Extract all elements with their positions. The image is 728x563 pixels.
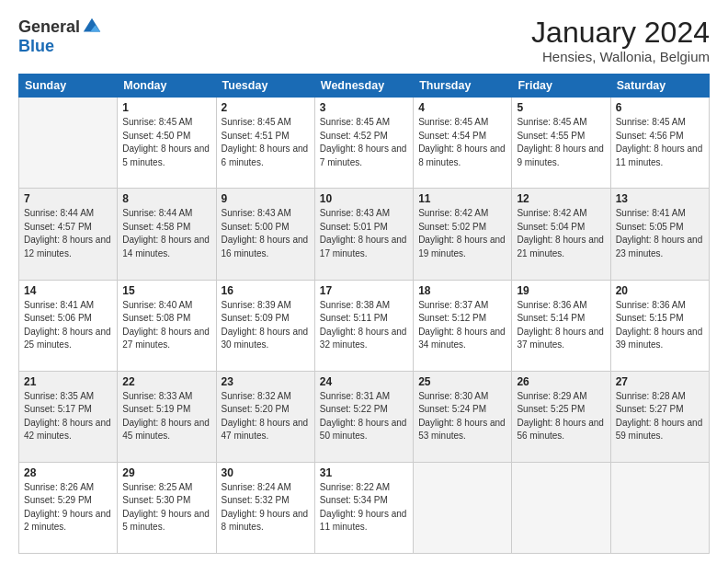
calendar-cell: 26Sunrise: 8:29 AMSunset: 5:25 PMDayligh… [512,371,610,462]
day-number: 5 [517,101,605,114]
day-number: 31 [320,466,408,479]
calendar-header: SundayMondayTuesdayWednesdayThursdayFrid… [19,75,710,98]
title-block: January 2024 Hensies, Wallonia, Belgium [531,17,710,64]
week-row-3: 14Sunrise: 8:41 AMSunset: 5:06 PMDayligh… [19,280,710,371]
calendar-cell: 29Sunrise: 8:25 AMSunset: 5:30 PMDayligh… [118,462,216,553]
day-detail: Sunrise: 8:32 AMSunset: 5:20 PMDaylight:… [222,390,310,443]
day-number: 22 [122,375,210,388]
day-number: 30 [222,466,310,479]
day-detail: Sunrise: 8:41 AMSunset: 5:05 PMDaylight:… [616,207,704,260]
calendar-cell: 22Sunrise: 8:33 AMSunset: 5:19 PMDayligh… [118,371,216,462]
day-number: 26 [517,375,605,388]
day-detail: Sunrise: 8:31 AMSunset: 5:22 PMDaylight:… [320,390,408,443]
day-detail: Sunrise: 8:45 AMSunset: 4:56 PMDaylight:… [616,116,704,169]
header-day-friday: Friday [512,75,610,98]
day-detail: Sunrise: 8:22 AMSunset: 5:34 PMDaylight:… [320,481,408,534]
day-detail: Sunrise: 8:37 AMSunset: 5:12 PMDaylight:… [418,299,506,352]
day-number: 15 [122,284,210,297]
day-number: 16 [222,284,310,297]
day-number: 4 [418,101,506,114]
day-number: 24 [320,375,408,388]
day-detail: Sunrise: 8:41 AMSunset: 5:06 PMDaylight:… [24,299,112,352]
day-number: 1 [122,101,210,114]
day-number: 20 [616,284,704,297]
day-detail: Sunrise: 8:26 AMSunset: 5:29 PMDaylight:… [24,481,112,534]
calendar-cell [19,98,118,189]
calendar-cell: 17Sunrise: 8:38 AMSunset: 5:11 PMDayligh… [314,280,413,371]
page: General Blue January 2024 Hensies, Wallo… [0,0,728,563]
header-day-wednesday: Wednesday [314,75,413,98]
calendar-cell: 11Sunrise: 8:42 AMSunset: 5:02 PMDayligh… [414,189,512,280]
week-row-4: 21Sunrise: 8:35 AMSunset: 5:17 PMDayligh… [19,371,710,462]
day-number: 6 [616,101,704,114]
calendar-cell: 20Sunrise: 8:36 AMSunset: 5:15 PMDayligh… [610,280,709,371]
day-detail: Sunrise: 8:35 AMSunset: 5:17 PMDaylight:… [24,390,112,443]
week-row-1: 1Sunrise: 8:45 AMSunset: 4:50 PMDaylight… [19,98,710,189]
day-detail: Sunrise: 8:39 AMSunset: 5:09 PMDaylight:… [222,299,310,352]
day-detail: Sunrise: 8:36 AMSunset: 5:14 PMDaylight:… [517,299,605,352]
calendar-cell [512,462,610,553]
calendar-cell: 27Sunrise: 8:28 AMSunset: 5:27 PMDayligh… [610,371,709,462]
calendar-cell: 21Sunrise: 8:35 AMSunset: 5:17 PMDayligh… [19,371,118,462]
day-number: 3 [320,101,408,114]
day-detail: Sunrise: 8:44 AMSunset: 4:58 PMDaylight:… [122,207,210,260]
day-detail: Sunrise: 8:24 AMSunset: 5:32 PMDaylight:… [222,481,310,534]
day-number: 9 [222,192,310,205]
day-detail: Sunrise: 8:30 AMSunset: 5:24 PMDaylight:… [418,390,506,443]
day-number: 8 [122,192,210,205]
day-number: 29 [122,466,210,479]
calendar-cell: 16Sunrise: 8:39 AMSunset: 5:09 PMDayligh… [216,280,314,371]
calendar-cell: 28Sunrise: 8:26 AMSunset: 5:29 PMDayligh… [19,462,118,553]
calendar-cell: 31Sunrise: 8:22 AMSunset: 5:34 PMDayligh… [314,462,413,553]
logo: General Blue [18,17,102,56]
calendar-cell: 14Sunrise: 8:41 AMSunset: 5:06 PMDayligh… [19,280,118,371]
day-number: 13 [616,192,704,205]
calendar-cell: 7Sunrise: 8:44 AMSunset: 4:57 PMDaylight… [19,189,118,280]
calendar-cell: 3Sunrise: 8:45 AMSunset: 4:52 PMDaylight… [314,98,413,189]
calendar-cell: 6Sunrise: 8:45 AMSunset: 4:56 PMDaylight… [610,98,709,189]
day-number: 2 [222,101,310,114]
day-number: 18 [418,284,506,297]
header-day-monday: Monday [118,75,216,98]
calendar-cell: 5Sunrise: 8:45 AMSunset: 4:55 PMDaylight… [512,98,610,189]
day-detail: Sunrise: 8:44 AMSunset: 4:57 PMDaylight:… [24,207,112,260]
day-detail: Sunrise: 8:28 AMSunset: 5:27 PMDaylight:… [616,390,704,443]
calendar-cell: 8Sunrise: 8:44 AMSunset: 4:58 PMDaylight… [118,189,216,280]
header-day-tuesday: Tuesday [216,75,314,98]
day-detail: Sunrise: 8:42 AMSunset: 5:04 PMDaylight:… [517,207,605,260]
day-detail: Sunrise: 8:40 AMSunset: 5:08 PMDaylight:… [122,299,210,352]
week-row-5: 28Sunrise: 8:26 AMSunset: 5:29 PMDayligh… [19,462,710,553]
calendar-cell: 24Sunrise: 8:31 AMSunset: 5:22 PMDayligh… [314,371,413,462]
calendar-cell: 10Sunrise: 8:43 AMSunset: 5:01 PMDayligh… [314,189,413,280]
day-number: 12 [517,192,605,205]
day-number: 25 [418,375,506,388]
day-detail: Sunrise: 8:45 AMSunset: 4:51 PMDaylight:… [222,116,310,169]
day-detail: Sunrise: 8:45 AMSunset: 4:52 PMDaylight:… [320,116,408,169]
calendar-table: SundayMondayTuesdayWednesdayThursdayFrid… [18,74,710,554]
day-number: 11 [418,192,506,205]
logo-blue-text: Blue [18,37,54,56]
calendar-cell: 25Sunrise: 8:30 AMSunset: 5:24 PMDayligh… [414,371,512,462]
day-number: 19 [517,284,605,297]
calendar-cell: 23Sunrise: 8:32 AMSunset: 5:20 PMDayligh… [216,371,314,462]
day-detail: Sunrise: 8:38 AMSunset: 5:11 PMDaylight:… [320,299,408,352]
day-detail: Sunrise: 8:43 AMSunset: 5:00 PMDaylight:… [222,207,310,260]
day-detail: Sunrise: 8:43 AMSunset: 5:01 PMDaylight:… [320,207,408,260]
day-number: 28 [24,466,112,479]
calendar-cell: 9Sunrise: 8:43 AMSunset: 5:00 PMDaylight… [216,189,314,280]
calendar-cell: 18Sunrise: 8:37 AMSunset: 5:12 PMDayligh… [414,280,512,371]
day-number: 23 [222,375,310,388]
header-day-thursday: Thursday [414,75,512,98]
logo-icon [82,17,102,37]
calendar-cell: 13Sunrise: 8:41 AMSunset: 5:05 PMDayligh… [610,189,709,280]
calendar-cell: 2Sunrise: 8:45 AMSunset: 4:51 PMDaylight… [216,98,314,189]
calendar-body: 1Sunrise: 8:45 AMSunset: 4:50 PMDaylight… [19,98,710,554]
header-row: SundayMondayTuesdayWednesdayThursdayFrid… [19,75,710,98]
day-detail: Sunrise: 8:42 AMSunset: 5:02 PMDaylight:… [418,207,506,260]
calendar: SundayMondayTuesdayWednesdayThursdayFrid… [18,74,710,554]
day-detail: Sunrise: 8:45 AMSunset: 4:54 PMDaylight:… [418,116,506,169]
calendar-cell [610,462,709,553]
calendar-cell: 30Sunrise: 8:24 AMSunset: 5:32 PMDayligh… [216,462,314,553]
logo-general-text: General [18,17,80,37]
calendar-cell: 19Sunrise: 8:36 AMSunset: 5:14 PMDayligh… [512,280,610,371]
